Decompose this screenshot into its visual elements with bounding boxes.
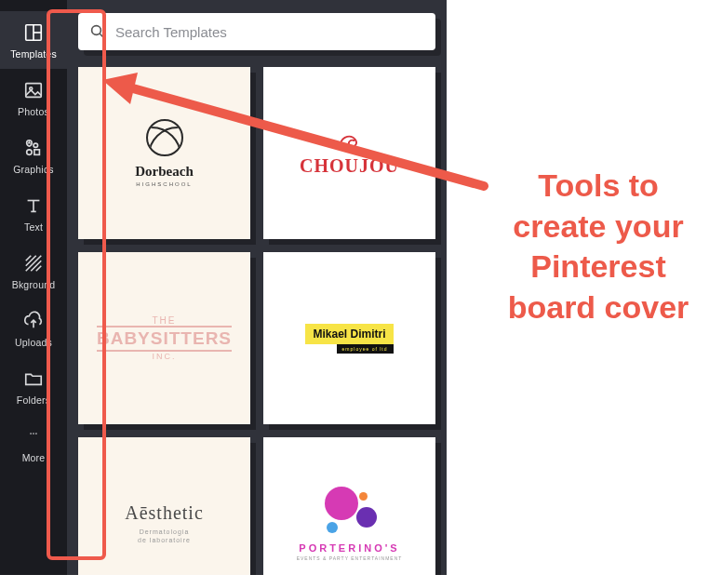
choujou-swirl-icon <box>336 129 364 152</box>
svg-line-20 <box>100 33 104 38</box>
template-tile[interactable]: Mikael Dimitri employee of ltd <box>263 252 435 424</box>
svg-point-19 <box>92 26 101 35</box>
sidebar-item-label: Graphics <box>13 164 54 175</box>
babysitters-logo: THE BABYSITTERS INC. <box>97 315 232 361</box>
porterino-shapes-icon <box>317 487 382 537</box>
sidebar-item-label: Bkground <box>12 279 56 290</box>
sidebar-item-text[interactable]: Text <box>0 184 67 242</box>
background-icon <box>23 253 44 274</box>
template-line3: INC. <box>97 352 232 361</box>
sidebar-item-graphics[interactable]: Graphics <box>0 127 67 184</box>
folders-icon <box>23 368 44 389</box>
svg-line-11 <box>26 256 36 266</box>
search-bar[interactable] <box>78 13 435 50</box>
svg-rect-6 <box>34 150 39 155</box>
template-tile[interactable]: Aēsthetic Dermatologia de laboratoire <box>78 437 250 575</box>
uploads-icon <box>23 311 44 331</box>
sidebar-item-uploads[interactable]: Uploads <box>0 300 67 357</box>
sidebar-item-folders[interactable]: Folders <box>0 357 67 415</box>
svg-line-10 <box>26 256 32 261</box>
sidebar-item-label: More <box>22 452 46 463</box>
templates-icon <box>23 22 44 43</box>
template-subtitle: HIGHSCHOOL <box>136 181 192 187</box>
svg-line-13 <box>31 261 41 271</box>
design-app: Templates Photos <box>0 0 447 575</box>
template-grid: Dorbeach HIGHSCHOOL CHOUJOU THE BABYSITT… <box>78 67 435 575</box>
template-line1: THE <box>97 315 232 326</box>
photos-icon <box>23 80 44 100</box>
svg-point-16 <box>30 433 32 434</box>
template-subtitle: EVENTS & PARTY ENTERTAINMENT <box>297 555 403 561</box>
template-tile[interactable]: PORTERINO'S EVENTS & PARTY ENTERTAINMENT <box>263 437 435 575</box>
sidebar-item-label: Text <box>24 221 43 233</box>
svg-rect-3 <box>26 84 42 98</box>
template-sub-l2: de laboratoire <box>138 537 191 543</box>
sidebar-item-background[interactable]: Bkground <box>0 242 67 300</box>
annotation-text: Tools to create your Pinterest board cov… <box>491 166 705 327</box>
template-sub-l1: Dermatologia <box>140 528 190 535</box>
sidebar-item-templates[interactable]: Templates <box>0 11 67 69</box>
sidebar-item-label: Templates <box>10 48 57 60</box>
template-subtitle: Dermatologia de laboratoire <box>138 528 191 544</box>
template-title: PORTERINO'S <box>299 542 399 554</box>
sidebar-item-label: Folders <box>17 394 50 406</box>
template-title: CHOUJOU <box>300 155 399 177</box>
templates-panel: Dorbeach HIGHSCHOOL CHOUJOU THE BABYSITT… <box>67 0 447 575</box>
template-tile[interactable]: CHOUJOU <box>263 67 435 239</box>
template-title: Dorbeach <box>135 164 194 180</box>
template-tile[interactable]: Dorbeach HIGHSCHOOL <box>78 67 250 239</box>
template-tile[interactable]: THE BABYSITTERS INC. <box>78 252 250 424</box>
sidebar-item-label: Uploads <box>15 337 52 348</box>
tools-sidebar: Templates Photos <box>0 0 67 575</box>
graphics-icon <box>23 138 44 158</box>
more-icon <box>23 426 44 447</box>
template-line2: BABYSITTERS <box>97 326 232 352</box>
svg-line-14 <box>36 266 42 272</box>
sidebar-item-label: Photos <box>18 106 49 117</box>
template-title: Aēsthetic <box>125 502 204 524</box>
sidebar-item-photos[interactable]: Photos <box>0 69 67 127</box>
search-icon <box>89 23 106 40</box>
template-subtitle: employee of ltd <box>337 344 394 354</box>
search-input[interactable] <box>115 24 424 40</box>
mikael-logo: Mikael Dimitri employee of ltd <box>305 324 393 354</box>
dorbeach-logo-icon <box>146 119 183 156</box>
svg-point-18 <box>35 433 37 434</box>
template-title: Mikael Dimitri <box>305 324 393 344</box>
sidebar-item-more[interactable]: More <box>0 415 67 473</box>
svg-point-5 <box>27 150 33 155</box>
text-icon <box>23 195 44 216</box>
svg-point-17 <box>33 433 34 434</box>
